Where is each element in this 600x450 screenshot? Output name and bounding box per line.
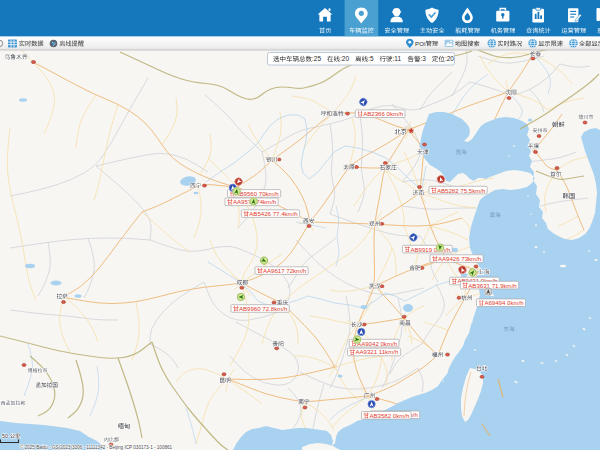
svg-text::3: :3: [421, 55, 427, 62]
svg-text:AB5282 75.5km/h: AB5282 75.5km/h: [437, 187, 485, 194]
svg-text:AB9919 0km/h: AB9919 0km/h: [410, 246, 450, 253]
svg-text:AA9426 73km/h: AA9426 73km/h: [438, 255, 481, 262]
svg-text::11: :11: [393, 55, 402, 62]
svg-text:AA9321 11km/h: AA9321 11km/h: [355, 348, 398, 355]
svg-text:AB3582 0km/h: AB3582 0km/h: [369, 412, 409, 419]
svg-text:AB9560 70km/h: AB9560 70km/h: [235, 190, 278, 197]
svg-text:A69494 0km/h: A69494 0km/h: [484, 299, 523, 306]
svg-text:AB2366 0km/h: AB2366 0km/h: [363, 110, 403, 117]
svg-text:AA9617 72km/h: AA9617 72km/h: [263, 267, 306, 274]
svg-text:© 2025 Baidu - GS(2023)3206 -: © 2025 Baidu - GS(2023)3206 - 11111342 -…: [20, 444, 173, 450]
svg-text:AB9960 72.8km/h: AB9960 72.8km/h: [239, 305, 287, 312]
svg-text::20: :20: [445, 55, 454, 62]
svg-text:AB5426 77.4km/h: AB5426 77.4km/h: [249, 210, 297, 217]
svg-text:AB3631 71.9km/h: AB3631 71.9km/h: [468, 282, 516, 289]
svg-text::5: :5: [368, 55, 374, 62]
svg-text:AA9042 0km/h: AA9042 0km/h: [357, 340, 397, 347]
svg-text::25: :25: [312, 55, 321, 62]
svg-text::20: :20: [340, 55, 349, 62]
svg-text:POI: POI: [415, 40, 426, 47]
svg-text:50: 50: [2, 433, 8, 439]
